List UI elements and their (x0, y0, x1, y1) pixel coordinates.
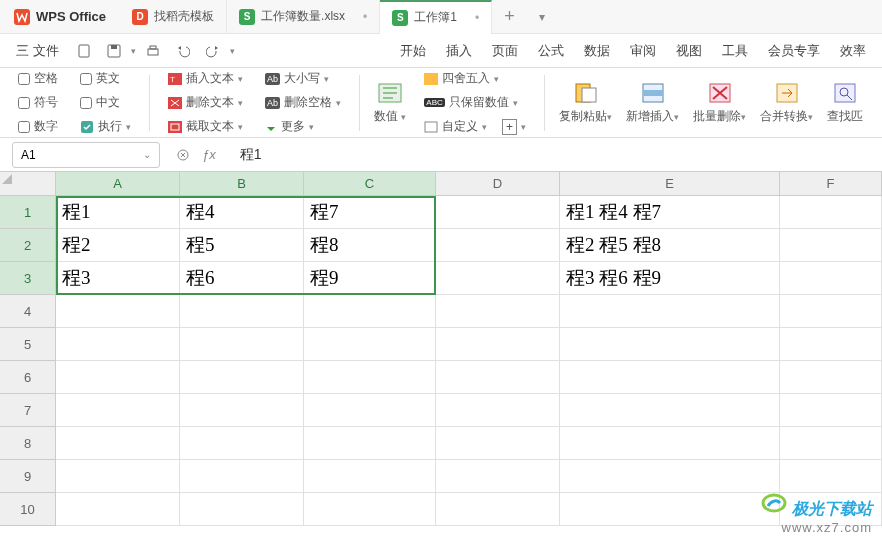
custom-button[interactable]: 自定义▾ +▾ (424, 118, 526, 136)
insert-text-button[interactable]: T插入文本▾ (168, 70, 243, 88)
row-header-6[interactable]: 6 (0, 361, 56, 394)
extract-text-button[interactable]: 截取文本▾ (168, 118, 243, 136)
tab-list-dropdown[interactable]: ▾ (527, 10, 557, 24)
tab-menu-dot-icon[interactable]: • (363, 10, 367, 24)
cell-A2[interactable]: 程2 (56, 229, 180, 262)
redo-dropdown-icon[interactable]: ▾ (230, 46, 235, 56)
round-button[interactable]: 四舍五入▾ (424, 70, 526, 88)
new-tab-button[interactable]: + (492, 6, 527, 27)
cell-C8[interactable] (304, 427, 436, 460)
cell-A3[interactable]: 程3 (56, 262, 180, 295)
cell-F9[interactable] (780, 460, 882, 493)
tab-workbook-count[interactable]: S 工作簿数量.xlsx • (227, 0, 380, 34)
tab-menu-dot-icon[interactable]: • (475, 11, 479, 25)
chk-symbol[interactable]: 符号 (18, 94, 58, 112)
col-header-E[interactable]: E (560, 172, 780, 196)
cell-A4[interactable] (56, 295, 180, 328)
cell-B7[interactable] (180, 394, 304, 427)
cell-E10[interactable] (560, 493, 780, 526)
chk-english[interactable]: 英文 (80, 70, 131, 88)
name-box-dropdown-icon[interactable]: ⌄ (143, 149, 151, 160)
menu-tools[interactable]: 工具 (714, 37, 756, 65)
cell-D2[interactable] (436, 229, 560, 262)
cell-C5[interactable] (304, 328, 436, 361)
row-header-1[interactable]: 1 (0, 196, 56, 229)
tab-template[interactable]: D 找稻壳模板 (120, 0, 227, 34)
cell-E6[interactable] (560, 361, 780, 394)
cell-D7[interactable] (436, 394, 560, 427)
name-box[interactable]: A1 ⌄ (12, 142, 160, 168)
cell-F1[interactable] (780, 196, 882, 229)
row-header-2[interactable]: 2 (0, 229, 56, 262)
row-header-9[interactable]: 9 (0, 460, 56, 493)
row-header-10[interactable]: 10 (0, 493, 56, 526)
cell-C6[interactable] (304, 361, 436, 394)
menu-efficiency[interactable]: 效率 (832, 37, 874, 65)
cell-B5[interactable] (180, 328, 304, 361)
tab-workbook-1[interactable]: S 工作簿1 • (380, 0, 492, 34)
cell-C10[interactable] (304, 493, 436, 526)
chk-space[interactable]: 空格 (18, 70, 58, 88)
cell-F6[interactable] (780, 361, 882, 394)
cell-B10[interactable] (180, 493, 304, 526)
copy-paste-button[interactable]: 复制粘贴▾ (555, 78, 616, 127)
cancel-icon[interactable] (176, 148, 190, 162)
cell-F2[interactable] (780, 229, 882, 262)
cell-D1[interactable] (436, 196, 560, 229)
cell-B1[interactable]: 程4 (180, 196, 304, 229)
batch-delete-button[interactable]: 批量删除▾ (689, 78, 750, 127)
row-header-7[interactable]: 7 (0, 394, 56, 427)
cell-A10[interactable] (56, 493, 180, 526)
cell-E9[interactable] (560, 460, 780, 493)
menu-member[interactable]: 会员专享 (760, 37, 828, 65)
more-button[interactable]: 更多▾ (265, 118, 341, 136)
cell-E5[interactable] (560, 328, 780, 361)
row-header-3[interactable]: 3 (0, 262, 56, 295)
cell-A8[interactable] (56, 427, 180, 460)
select-all-corner[interactable] (0, 172, 56, 196)
cell-C9[interactable] (304, 460, 436, 493)
cell-D10[interactable] (436, 493, 560, 526)
menu-data[interactable]: 数据 (576, 37, 618, 65)
cell-C7[interactable] (304, 394, 436, 427)
cell-E2[interactable]: 程2 程5 程8 (560, 229, 780, 262)
chk-number[interactable]: 数字 (18, 118, 58, 136)
cell-A9[interactable] (56, 460, 180, 493)
cell-C2[interactable]: 程8 (304, 229, 436, 262)
row-header-4[interactable]: 4 (0, 295, 56, 328)
cell-A6[interactable] (56, 361, 180, 394)
file-menu[interactable]: 三 文件 (8, 37, 67, 65)
cell-E7[interactable] (560, 394, 780, 427)
cell-B4[interactable] (180, 295, 304, 328)
cell-B8[interactable] (180, 427, 304, 460)
menu-insert[interactable]: 插入 (438, 37, 480, 65)
cell-F4[interactable] (780, 295, 882, 328)
menu-page[interactable]: 页面 (484, 37, 526, 65)
cell-D3[interactable] (436, 262, 560, 295)
cell-F5[interactable] (780, 328, 882, 361)
find-match-button[interactable]: 查找匹 (823, 78, 867, 127)
merge-convert-button[interactable]: 合并转换▾ (756, 78, 817, 127)
cell-B9[interactable] (180, 460, 304, 493)
new-insert-button[interactable]: 新增插入▾ (622, 78, 683, 127)
undo-icon[interactable] (170, 40, 196, 62)
print-icon[interactable] (140, 40, 166, 62)
cell-D6[interactable] (436, 361, 560, 394)
cell-B3[interactable]: 程6 (180, 262, 304, 295)
cell-D9[interactable] (436, 460, 560, 493)
cell-F8[interactable] (780, 427, 882, 460)
col-header-D[interactable]: D (436, 172, 560, 196)
cell-A1[interactable]: 程1 (56, 196, 180, 229)
cell-C3[interactable]: 程9 (304, 262, 436, 295)
cell-A5[interactable] (56, 328, 180, 361)
menu-start[interactable]: 开始 (392, 37, 434, 65)
col-header-C[interactable]: C (304, 172, 436, 196)
cell-C4[interactable] (304, 295, 436, 328)
formula-input[interactable]: 程1 (232, 146, 870, 164)
chk-chinese[interactable]: 中文 (80, 94, 131, 112)
delete-text-button[interactable]: 删除文本▾ (168, 94, 243, 112)
keep-value-button[interactable]: ABC只保留数值▾ (424, 94, 526, 112)
menu-review[interactable]: 审阅 (622, 37, 664, 65)
value-button[interactable]: 数值 ▾ (370, 78, 410, 127)
save-dropdown-icon[interactable]: ▾ (131, 46, 136, 56)
